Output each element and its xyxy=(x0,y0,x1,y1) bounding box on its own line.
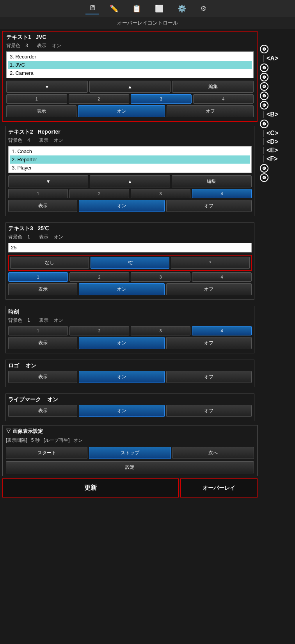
section-b-subinfo: 背景色 4 表示 オン xyxy=(8,137,252,144)
section-a: テキスト1 JVC 背景色 3 表示 オン 3. Recorder xyxy=(2,31,258,122)
section-a-number-row: 1 2 3 4 xyxy=(6,94,254,104)
unit-none-btn[interactable]: なし xyxy=(10,257,89,269)
display-label-btn: 表示 xyxy=(8,371,77,383)
update-btn[interactable]: 更新 xyxy=(2,478,179,498)
badge-6: ❻ xyxy=(260,101,268,109)
monitor-icon[interactable]: 🖥 xyxy=(85,2,99,14)
a-label-group: <A> xyxy=(260,55,278,62)
on-btn[interactable]: オン xyxy=(79,200,164,212)
edit-btn[interactable]: 編集 xyxy=(172,81,254,93)
d-label: <D> xyxy=(267,138,278,145)
c-label: <C> xyxy=(267,130,278,137)
off-btn[interactable]: オフ xyxy=(166,405,252,417)
num-btn-1[interactable]: 1 xyxy=(8,326,68,335)
unit-celsius-btn[interactable]: ℃ xyxy=(91,257,169,269)
section-e-display-row: 表示 オン オフ xyxy=(8,371,252,383)
num-btn-1[interactable]: 1 xyxy=(8,189,68,198)
num-btn-4[interactable]: 4 xyxy=(192,189,252,198)
on-btn[interactable]: オン xyxy=(79,371,164,383)
user-icon[interactable]: ⚙️ xyxy=(174,3,189,14)
overlay-btn[interactable]: オーバーレイ xyxy=(180,478,258,498)
start-btn[interactable]: スタート xyxy=(6,447,87,459)
list-item[interactable]: 3. Player xyxy=(10,164,250,172)
a-label: <A> xyxy=(267,55,278,62)
display-label-btn: 表示 xyxy=(6,105,76,117)
list-item[interactable]: 1. Coach xyxy=(10,147,250,155)
badge-2: ❷ xyxy=(260,64,268,72)
section-c-title: テキスト3 25℃ xyxy=(8,225,49,232)
stop-btn[interactable]: ストップ xyxy=(89,447,171,459)
num-btn-2[interactable]: 2 xyxy=(69,326,129,335)
section-c-subinfo: 背景色 1 表示 オン xyxy=(8,234,252,240)
b-label: <B> xyxy=(267,111,278,118)
section-c-unit-row: なし ℃ ° xyxy=(8,255,252,271)
section-c-number-row: 1 2 3 4 xyxy=(8,272,252,282)
section-c-display-row: 表示 オン オフ xyxy=(8,283,252,295)
off-btn[interactable]: オフ xyxy=(166,200,252,212)
edit-icon[interactable]: ✏️ xyxy=(107,3,121,14)
num-btn-4[interactable]: 4 xyxy=(192,272,252,282)
num-btn-2[interactable]: 2 xyxy=(69,94,130,104)
display-label-btn: 表示 xyxy=(8,200,77,212)
down-btn[interactable]: ▼ xyxy=(6,81,88,93)
off-btn[interactable]: オフ xyxy=(167,105,254,117)
section-b-number-row: 1 2 3 4 xyxy=(8,189,252,198)
edit-btn[interactable]: 編集 xyxy=(172,175,252,187)
list-item-selected[interactable]: 2. Reporter xyxy=(10,155,250,164)
next-btn[interactable]: 次へ xyxy=(172,447,254,459)
num-btn-2[interactable]: 2 xyxy=(69,189,129,198)
e-label-group: <E> xyxy=(260,147,278,154)
section-e: ロゴ オン 表示 オン オフ xyxy=(2,357,258,390)
section-d-number-row: 1 2 3 4 xyxy=(8,326,252,335)
temperature-input[interactable] xyxy=(8,243,252,252)
on-btn[interactable]: オン xyxy=(79,283,164,295)
layout-icon[interactable]: ⬜ xyxy=(152,3,167,14)
d-label-group: <D> xyxy=(260,138,278,145)
section-a-list: 3. Recorder 1. JVC 2. Camera xyxy=(6,51,254,78)
section-g: ▽ 画像表示設定 [表示間隔] 5 秒 [ループ再生] オン スタート ストップ… xyxy=(2,425,258,476)
num-btn-3[interactable]: 3 xyxy=(131,272,190,282)
num-btn-1[interactable]: 1 xyxy=(8,272,68,282)
settings-icon[interactable]: ⚙ xyxy=(197,3,210,14)
section-f-title: ライブマーク オン xyxy=(8,396,58,403)
section-g-info: [表示間隔] 5 秒 [ループ再生] オン xyxy=(6,437,254,444)
num-btn-3[interactable]: 3 xyxy=(131,326,190,335)
badge-3: ❸ xyxy=(260,73,268,81)
section-a-nav-row: ▼ ▲ 編集 xyxy=(6,81,254,93)
display-label-btn: 表示 xyxy=(8,337,77,349)
section-d-display-row: 表示 オン オフ xyxy=(8,337,252,349)
list-item[interactable]: 3. Recorder xyxy=(8,53,252,61)
num-btn-4[interactable]: 4 xyxy=(193,94,254,104)
list-icon[interactable]: 📋 xyxy=(129,3,144,14)
display-label-btn: 表示 xyxy=(8,405,77,417)
section-a-subinfo: 背景色 3 表示 オン xyxy=(6,42,254,49)
off-btn[interactable]: オフ xyxy=(166,371,252,383)
badge-4: ❹ xyxy=(260,82,268,91)
list-item-selected[interactable]: 1. JVC xyxy=(8,61,252,69)
on-btn[interactable]: オン xyxy=(78,105,165,117)
f-label-group: <F> xyxy=(260,155,277,162)
off-btn[interactable]: オフ xyxy=(166,337,252,349)
num-btn-1[interactable]: 1 xyxy=(6,94,67,104)
bottom-btn-row: 更新 オーバーレイ xyxy=(2,478,258,498)
down-btn[interactable]: ▼ xyxy=(8,175,88,187)
up-btn[interactable]: ▲ xyxy=(90,175,170,187)
page-title: オーバーレイコントロール xyxy=(0,17,295,29)
on-btn[interactable]: オン xyxy=(79,405,164,417)
badge-7: ❼ xyxy=(260,120,268,128)
num-btn-3[interactable]: 3 xyxy=(131,94,192,104)
up-btn[interactable]: ▲ xyxy=(89,81,171,93)
section-e-title: ロゴ オン xyxy=(8,362,36,369)
num-btn-4[interactable]: 4 xyxy=(192,326,252,335)
num-btn-2[interactable]: 2 xyxy=(69,272,129,282)
off-btn[interactable]: オフ xyxy=(166,283,252,295)
annotations-panel: ❶ <A> ❷ ❸ ❹ ❺ ❻ <B> xyxy=(260,29,295,500)
unit-degree-btn[interactable]: ° xyxy=(171,257,250,269)
on-btn[interactable]: オン xyxy=(79,337,164,349)
badge-1: ❶ xyxy=(260,45,268,53)
section-a-display-row: 表示 オン オフ xyxy=(6,105,254,117)
list-item[interactable]: 2. Camera xyxy=(8,69,252,77)
section-b-title: テキスト2 Reporter xyxy=(8,129,60,136)
num-btn-3[interactable]: 3 xyxy=(131,189,190,198)
settings-btn[interactable]: 設定 xyxy=(6,461,254,473)
